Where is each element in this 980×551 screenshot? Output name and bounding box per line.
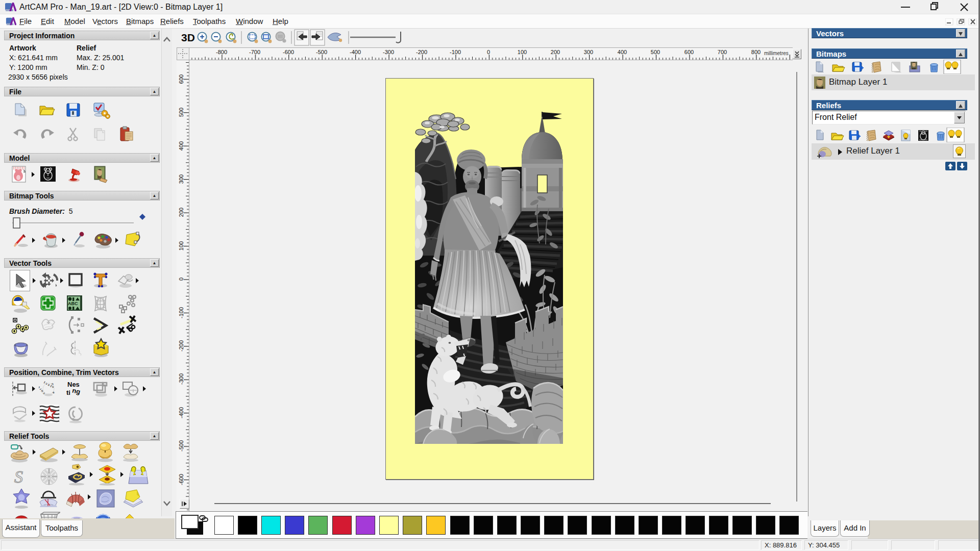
svg-text:ng: ng bbox=[71, 387, 81, 396]
svg-text:S: S bbox=[14, 467, 23, 486]
svg-text:c u r v e: c u r v e bbox=[39, 384, 45, 395]
svg-text:3D: 3D bbox=[181, 32, 195, 43]
svg-text:ti: ti bbox=[66, 389, 70, 396]
svg-text:ABC: ABC bbox=[68, 301, 78, 306]
